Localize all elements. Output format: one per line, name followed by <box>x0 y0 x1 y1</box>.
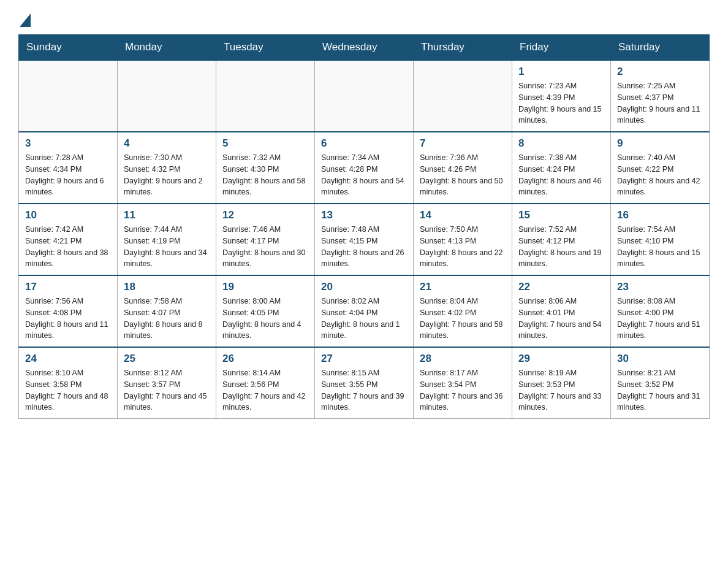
calendar-cell: 22Sunrise: 8:06 AM Sunset: 4:01 PM Dayli… <box>512 275 611 347</box>
day-number: 15 <box>518 209 604 221</box>
day-number: 6 <box>321 137 407 150</box>
day-info: Sunrise: 7:28 AM Sunset: 4:34 PM Dayligh… <box>25 152 111 198</box>
day-info: Sunrise: 7:34 AM Sunset: 4:28 PM Dayligh… <box>321 152 407 198</box>
day-info: Sunrise: 7:48 AM Sunset: 4:15 PM Dayligh… <box>321 224 407 270</box>
day-number: 28 <box>420 353 506 365</box>
day-number: 3 <box>25 137 111 150</box>
weekday-header-monday: Monday <box>118 35 216 61</box>
day-number: 2 <box>617 66 703 78</box>
calendar-cell: 9Sunrise: 7:40 AM Sunset: 4:22 PM Daylig… <box>611 132 710 204</box>
svg-marker-0 <box>20 13 31 27</box>
day-number: 21 <box>420 281 506 293</box>
calendar-cell: 30Sunrise: 8:21 AM Sunset: 3:52 PM Dayli… <box>611 347 710 419</box>
weekday-header-friday: Friday <box>512 35 611 61</box>
day-number: 9 <box>617 137 703 150</box>
calendar-cell: 14Sunrise: 7:50 AM Sunset: 4:13 PM Dayli… <box>414 204 512 275</box>
day-number: 29 <box>518 353 604 365</box>
weekday-header-saturday: Saturday <box>611 35 710 61</box>
calendar-cell: 24Sunrise: 8:10 AM Sunset: 3:58 PM Dayli… <box>19 347 118 419</box>
day-number: 7 <box>420 137 506 150</box>
calendar-cell: 3Sunrise: 7:28 AM Sunset: 4:34 PM Daylig… <box>19 132 118 204</box>
calendar-cell: 8Sunrise: 7:38 AM Sunset: 4:24 PM Daylig… <box>512 132 611 204</box>
calendar-cell <box>118 60 216 132</box>
calendar-cell: 29Sunrise: 8:19 AM Sunset: 3:53 PM Dayli… <box>512 347 611 419</box>
day-info: Sunrise: 8:14 AM Sunset: 3:56 PM Dayligh… <box>222 367 308 413</box>
day-info: Sunrise: 8:04 AM Sunset: 4:02 PM Dayligh… <box>420 296 506 342</box>
day-info: Sunrise: 8:06 AM Sunset: 4:01 PM Dayligh… <box>518 296 604 342</box>
weekday-header-wednesday: Wednesday <box>315 35 414 61</box>
day-number: 10 <box>25 209 111 221</box>
calendar-cell: 15Sunrise: 7:52 AM Sunset: 4:12 PM Dayli… <box>512 204 611 275</box>
day-info: Sunrise: 7:23 AM Sunset: 4:39 PM Dayligh… <box>518 80 604 126</box>
day-info: Sunrise: 8:02 AM Sunset: 4:04 PM Dayligh… <box>321 296 407 342</box>
calendar-cell: 17Sunrise: 7:56 AM Sunset: 4:08 PM Dayli… <box>19 275 118 347</box>
calendar-cell: 23Sunrise: 8:08 AM Sunset: 4:00 PM Dayli… <box>611 275 710 347</box>
calendar-cell: 4Sunrise: 7:30 AM Sunset: 4:32 PM Daylig… <box>118 132 216 204</box>
calendar-cell: 7Sunrise: 7:36 AM Sunset: 4:26 PM Daylig… <box>414 132 512 204</box>
calendar-cell: 13Sunrise: 7:48 AM Sunset: 4:15 PM Dayli… <box>315 204 414 275</box>
calendar-cell: 20Sunrise: 8:02 AM Sunset: 4:04 PM Dayli… <box>315 275 414 347</box>
calendar-cell: 27Sunrise: 8:15 AM Sunset: 3:55 PM Dayli… <box>315 347 414 419</box>
day-number: 23 <box>617 281 703 293</box>
calendar-week-row-3: 10Sunrise: 7:42 AM Sunset: 4:21 PM Dayli… <box>19 204 710 275</box>
calendar-cell <box>414 60 512 132</box>
day-info: Sunrise: 8:17 AM Sunset: 3:54 PM Dayligh… <box>420 367 506 413</box>
day-number: 19 <box>222 281 308 293</box>
calendar-cell: 21Sunrise: 8:04 AM Sunset: 4:02 PM Dayli… <box>414 275 512 347</box>
day-number: 8 <box>518 137 604 150</box>
day-info: Sunrise: 7:50 AM Sunset: 4:13 PM Dayligh… <box>420 224 506 270</box>
day-number: 30 <box>617 353 703 365</box>
day-number: 12 <box>222 209 308 221</box>
day-info: Sunrise: 7:40 AM Sunset: 4:22 PM Dayligh… <box>617 152 703 198</box>
calendar-cell: 2Sunrise: 7:25 AM Sunset: 4:37 PM Daylig… <box>611 60 710 132</box>
day-info: Sunrise: 7:38 AM Sunset: 4:24 PM Dayligh… <box>518 152 604 198</box>
calendar-cell <box>216 60 315 132</box>
weekday-header-thursday: Thursday <box>414 35 512 61</box>
day-info: Sunrise: 7:54 AM Sunset: 4:10 PM Dayligh… <box>617 224 703 270</box>
calendar-table: SundayMondayTuesdayWednesdayThursdayFrid… <box>18 34 710 419</box>
day-number: 11 <box>124 209 210 221</box>
day-info: Sunrise: 7:52 AM Sunset: 4:12 PM Dayligh… <box>518 224 604 270</box>
calendar-cell: 16Sunrise: 7:54 AM Sunset: 4:10 PM Dayli… <box>611 204 710 275</box>
calendar-week-row-1: 1Sunrise: 7:23 AM Sunset: 4:39 PM Daylig… <box>19 60 710 132</box>
day-info: Sunrise: 8:08 AM Sunset: 4:00 PM Dayligh… <box>617 296 703 342</box>
calendar-cell <box>315 60 414 132</box>
page-header <box>18 12 710 28</box>
day-info: Sunrise: 7:25 AM Sunset: 4:37 PM Dayligh… <box>617 80 703 126</box>
day-info: Sunrise: 8:10 AM Sunset: 3:58 PM Dayligh… <box>25 367 111 413</box>
logo <box>18 12 31 28</box>
day-info: Sunrise: 8:19 AM Sunset: 3:53 PM Dayligh… <box>518 367 604 413</box>
calendar-cell: 11Sunrise: 7:44 AM Sunset: 4:19 PM Dayli… <box>118 204 216 275</box>
calendar-week-row-4: 17Sunrise: 7:56 AM Sunset: 4:08 PM Dayli… <box>19 275 710 347</box>
day-info: Sunrise: 7:30 AM Sunset: 4:32 PM Dayligh… <box>124 152 210 198</box>
day-info: Sunrise: 8:21 AM Sunset: 3:52 PM Dayligh… <box>617 367 703 413</box>
day-number: 26 <box>222 353 308 365</box>
calendar-cell: 5Sunrise: 7:32 AM Sunset: 4:30 PM Daylig… <box>216 132 315 204</box>
day-number: 27 <box>321 353 407 365</box>
calendar-cell: 6Sunrise: 7:34 AM Sunset: 4:28 PM Daylig… <box>315 132 414 204</box>
day-info: Sunrise: 7:44 AM Sunset: 4:19 PM Dayligh… <box>124 224 210 270</box>
weekday-header-sunday: Sunday <box>19 35 118 61</box>
day-info: Sunrise: 7:36 AM Sunset: 4:26 PM Dayligh… <box>420 152 506 198</box>
calendar-week-row-5: 24Sunrise: 8:10 AM Sunset: 3:58 PM Dayli… <box>19 347 710 419</box>
day-number: 20 <box>321 281 407 293</box>
weekday-header-tuesday: Tuesday <box>216 35 315 61</box>
day-number: 13 <box>321 209 407 221</box>
day-number: 16 <box>617 209 703 221</box>
logo-triangle-icon <box>20 13 31 27</box>
day-info: Sunrise: 7:32 AM Sunset: 4:30 PM Dayligh… <box>222 152 308 198</box>
day-info: Sunrise: 7:42 AM Sunset: 4:21 PM Dayligh… <box>25 224 111 270</box>
day-number: 14 <box>420 209 506 221</box>
calendar-cell <box>19 60 118 132</box>
day-number: 25 <box>124 353 210 365</box>
calendar-cell: 1Sunrise: 7:23 AM Sunset: 4:39 PM Daylig… <box>512 60 611 132</box>
calendar-cell: 18Sunrise: 7:58 AM Sunset: 4:07 PM Dayli… <box>118 275 216 347</box>
calendar-cell: 26Sunrise: 8:14 AM Sunset: 3:56 PM Dayli… <box>216 347 315 419</box>
day-info: Sunrise: 8:12 AM Sunset: 3:57 PM Dayligh… <box>124 367 210 413</box>
day-number: 4 <box>124 137 210 150</box>
day-number: 18 <box>124 281 210 293</box>
day-info: Sunrise: 7:58 AM Sunset: 4:07 PM Dayligh… <box>124 296 210 342</box>
calendar-cell: 19Sunrise: 8:00 AM Sunset: 4:05 PM Dayli… <box>216 275 315 347</box>
day-info: Sunrise: 8:15 AM Sunset: 3:55 PM Dayligh… <box>321 367 407 413</box>
day-number: 1 <box>518 66 604 78</box>
